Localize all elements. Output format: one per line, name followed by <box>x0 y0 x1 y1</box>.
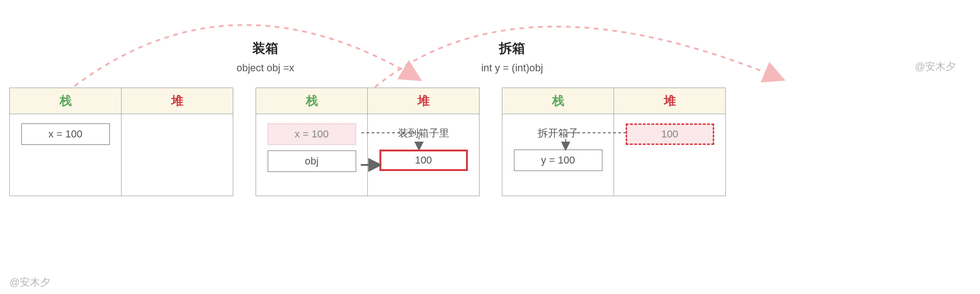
arrow-heap-to-y <box>566 133 626 150</box>
arrow-x-to-heap <box>361 133 419 150</box>
inner-arrows <box>0 0 980 294</box>
